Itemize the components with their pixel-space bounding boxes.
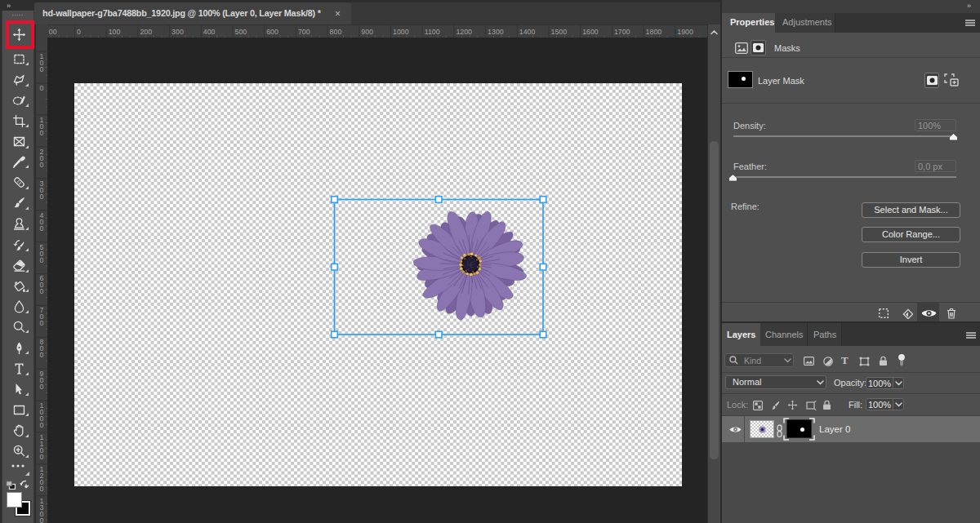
- svg-text:1700: 1700: [614, 28, 630, 36]
- svg-text:1500: 1500: [551, 28, 568, 36]
- svg-text:1200: 1200: [456, 28, 472, 36]
- svg-text:1000: 1000: [393, 28, 409, 36]
- svg-text:0: 0: [40, 256, 44, 264]
- svg-text:0: 0: [40, 421, 44, 429]
- svg-text:00: 00: [49, 28, 57, 36]
- svg-text:500: 500: [235, 28, 247, 36]
- svg-text:0: 0: [40, 65, 44, 73]
- svg-text:0: 0: [40, 129, 44, 137]
- svg-text:0: 0: [40, 193, 44, 201]
- svg-text:800: 800: [330, 28, 342, 36]
- svg-text:0: 0: [40, 383, 44, 391]
- svg-text:0: 0: [40, 485, 44, 493]
- svg-text:1300: 1300: [488, 28, 504, 36]
- svg-text:900: 900: [361, 28, 373, 36]
- svg-text:700: 700: [298, 28, 310, 36]
- svg-text:400: 400: [203, 28, 216, 36]
- svg-text:200: 200: [140, 28, 152, 36]
- svg-text:0: 0: [77, 28, 81, 36]
- svg-text:1100: 1100: [425, 28, 440, 36]
- svg-text:0: 0: [40, 287, 44, 295]
- svg-text:0: 0: [40, 453, 44, 461]
- svg-text:600: 600: [266, 28, 278, 36]
- svg-text:1800: 1800: [646, 28, 662, 36]
- svg-text:0: 0: [40, 319, 44, 327]
- svg-text:100: 100: [109, 28, 121, 36]
- svg-text:300: 300: [172, 28, 184, 36]
- svg-text:1900: 1900: [677, 28, 693, 36]
- svg-text:0: 0: [40, 224, 44, 233]
- svg-text:1400: 1400: [519, 28, 536, 36]
- svg-text:0: 0: [40, 516, 44, 523]
- svg-text:1600: 1600: [582, 28, 599, 36]
- svg-text:0: 0: [40, 351, 44, 359]
- svg-text:0: 0: [40, 161, 44, 169]
- svg-text:0: 0: [40, 84, 44, 92]
